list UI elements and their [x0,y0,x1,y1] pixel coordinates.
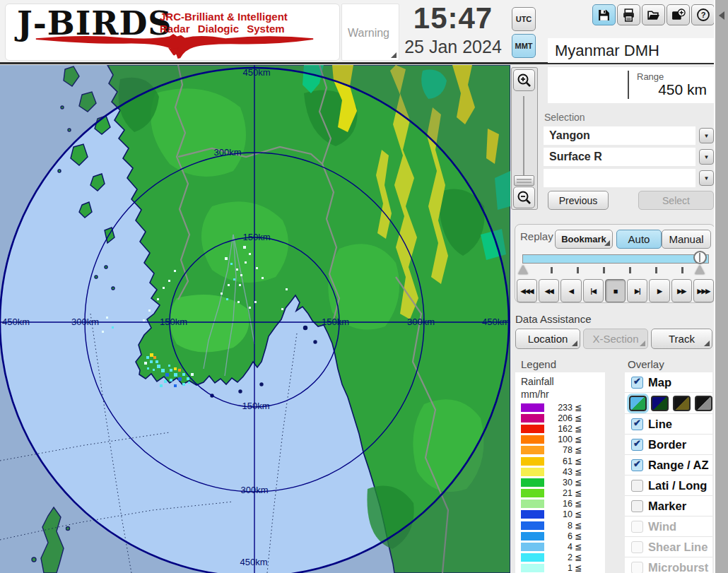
legend-value: 2 [544,553,573,562]
replay-timeline-slider[interactable] [522,254,709,264]
warning-button[interactable]: Warning [341,4,399,61]
replay-slider-handle[interactable] [693,251,707,264]
overlay-item-label: Microburst [648,561,708,573]
radar-echo-cell [163,287,165,289]
radar-map-display[interactable]: 450km 300km 150km 150km 300km 450km 450k… [0,65,510,573]
save-button[interactable] [592,4,616,25]
select-button[interactable]: Select [638,191,714,210]
eagle-logo-icon [23,34,327,59]
legend-color-swatch [521,532,544,540]
radar-echo-cell [144,362,147,365]
svg-text:?: ? [700,11,705,19]
mmt-button[interactable]: MMT [512,34,536,58]
previous-button[interactable]: Previous [548,191,609,210]
overlay-item-wind: Wind [625,516,712,537]
zoom-out-icon [517,190,532,206]
legend-entries: 233≦206≦162≦100≦78≦61≦43≦30≦21≦16≦10≦8≦6… [515,402,605,573]
map-style-terrain[interactable] [629,396,647,411]
timeline-start-marker[interactable] [518,265,528,274]
auto-button[interactable]: Auto [616,230,662,249]
overlay-panel: MapLineBorderRange / AZLati / LongMarker… [625,372,712,573]
forward-fast-button[interactable]: ▶▶ [671,279,692,302]
location-label: Location [528,333,568,345]
checkbox-map[interactable] [631,377,643,389]
forward-fastest-button[interactable]: ▶▶▶ [693,279,714,302]
ring-label: 150km [242,401,269,411]
zoom-in-button[interactable] [513,69,535,91]
dropdown-arrow-button[interactable]: ▼ [699,128,714,143]
dropdown-value-field[interactable]: Surface R [544,148,695,166]
track-button[interactable]: Track [651,329,712,349]
dropdown-value-field[interactable]: Yangon [544,126,695,145]
timeline-tick [655,267,657,273]
checkbox-marker[interactable] [631,500,643,512]
dropdown-arrow-button[interactable]: ▼ [699,170,714,186]
selection-label: Selection [544,112,585,123]
open-file-button[interactable] [642,4,665,25]
zoom-slider-handle[interactable] [514,175,534,186]
checkbox-range-az[interactable] [631,459,643,471]
replay-label: Replay [520,230,553,242]
map-style-dark[interactable] [651,396,669,411]
overlay-item-label: Shear Line [648,540,708,554]
rewind-fast-button[interactable]: ◀◀ [539,279,559,302]
radar-echo-cell [170,379,172,382]
radar-echo-cell [174,270,176,272]
legend-value: 100 [544,435,573,444]
help-button[interactable]: ? [691,4,715,25]
range-panel: Range 450 km [548,67,714,103]
legend-entry: 6≦ [515,531,605,541]
overlay-item-label: Lati / Long [648,479,707,492]
radar-echo-cell [174,367,177,370]
play-button[interactable]: ▶ [649,279,669,302]
save-icon [597,8,611,22]
zoom-slider-track[interactable] [523,96,524,179]
checkbox-lati-long[interactable] [631,480,643,492]
location-button[interactable]: Location [515,329,580,349]
zoom-out-button[interactable] [513,187,535,208]
legend-unit-line2: mm/hr [521,389,605,400]
dropdown-value-field[interactable] [544,169,695,187]
rewind-fastest-button[interactable]: ◀◀◀ [517,279,537,302]
clock-time: 15:47 [400,1,506,35]
timeline-end-marker[interactable] [695,265,705,274]
print-icon [622,8,635,22]
checkbox-border[interactable] [631,439,643,451]
legend-entry: 43≦ [515,466,605,477]
step-forward-button[interactable]: ▶| [627,279,647,302]
legend-entry: 162≦ [515,423,605,434]
utc-button[interactable]: UTC [512,7,536,31]
dropdown-arrow-button[interactable]: ▼ [699,149,714,165]
capture-button[interactable] [667,4,690,25]
overlay-item-label: Border [648,438,686,451]
manual-button[interactable]: Manual [662,230,711,249]
map-style-olive[interactable] [673,396,691,411]
stop-button[interactable]: ■ [605,279,626,302]
radar-echo-cell [239,284,241,286]
radar-echo-cell [254,301,257,303]
radar-echo-cell [168,280,170,282]
print-button[interactable] [617,4,640,25]
overlay-item-range-az: Range / AZ [625,455,712,475]
legend-entry: 206≦ [515,413,605,423]
collapse-panel-arrow-icon[interactable] [719,11,724,20]
playback-controls: ◀◀◀◀◀◀|◀■▶|▶▶▶▶▶▶ [517,279,714,302]
step-back-button[interactable]: |◀ [583,279,604,302]
ring-label: 450km [240,557,267,567]
ring-label: 300km [213,147,241,158]
corner-grip-icon [604,240,610,246]
radar-echo-cell [106,317,108,319]
map-style-gray[interactable] [695,396,712,411]
legend-color-swatch [521,403,544,412]
radar-echo-cell [249,307,251,309]
bookmark-button[interactable]: Bookmark [555,230,613,249]
checkbox-line[interactable] [631,418,643,430]
lte-symbol: ≦ [575,403,582,413]
legend-unit-line1: Rainfall [521,376,605,387]
radar-echo-cell [178,369,181,372]
rewind-button[interactable]: ◀ [560,279,581,302]
range-divider [628,71,629,99]
radar-echo-cell [245,261,247,264]
legend-value: 78 [544,445,573,455]
legend-color-swatch [521,500,544,508]
